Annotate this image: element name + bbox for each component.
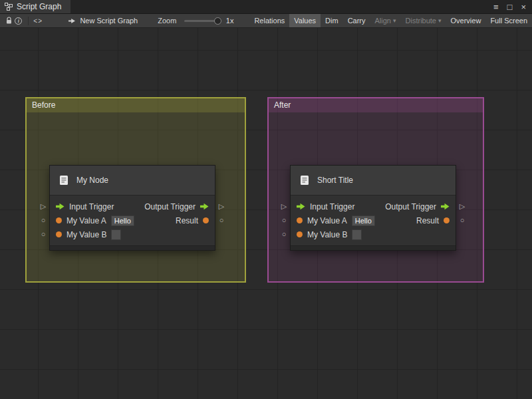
- toolbar-buttons: Relations Values Dim Carry Align ▾ Distr…: [249, 14, 532, 28]
- node-header[interactable]: Short Title: [291, 166, 456, 195]
- button-label: Dim: [325, 17, 338, 25]
- dim-button[interactable]: Dim: [321, 14, 343, 28]
- menu-icon[interactable]: ≡: [493, 3, 499, 11]
- button-label: Overview: [451, 17, 481, 25]
- port-label-result: Result: [176, 216, 198, 225]
- value-port-icon[interactable]: [56, 217, 62, 223]
- node-footer: [291, 245, 456, 250]
- align-button[interactable]: Align ▾: [370, 14, 401, 28]
- script-graph-window: Script Graph ≡ □ × i <>: [0, 0, 532, 399]
- chevron-down-icon: ▾: [393, 17, 396, 24]
- port-row: My Value B: [291, 227, 456, 241]
- value-a-input[interactable]: Hello: [352, 215, 375, 226]
- new-graph-icon: [68, 14, 76, 28]
- port-label-result: Result: [416, 216, 439, 225]
- node-header[interactable]: My Node: [50, 166, 215, 195]
- zoom-slider-knob[interactable]: [214, 17, 221, 25]
- value-b-input[interactable]: [352, 229, 362, 240]
- info-glyph: i: [15, 17, 22, 25]
- carry-button[interactable]: Carry: [343, 14, 370, 28]
- ext-trigger-port-right[interactable]: ▷: [458, 202, 467, 211]
- distribute-button[interactable]: Distribute ▾: [401, 14, 446, 28]
- port-label-value-b: My Value B: [307, 230, 347, 239]
- new-script-graph-button[interactable]: New Script Graph: [68, 14, 138, 28]
- node-body: Input Trigger Output Trigger My Value A …: [291, 195, 456, 245]
- port-row: Input Trigger Output Trigger: [291, 200, 456, 213]
- port-label-value-b: My Value B: [66, 230, 106, 239]
- ext-trigger-port-left[interactable]: ▷: [39, 202, 48, 211]
- group-header[interactable]: After: [269, 98, 483, 112]
- info-icon[interactable]: i: [14, 14, 24, 28]
- port-label-value-a: My Value A: [66, 216, 106, 225]
- port-label-value-a: My Value A: [307, 216, 347, 225]
- value-port-icon[interactable]: [56, 231, 62, 237]
- button-label: Distribute: [406, 17, 436, 25]
- window-controls: ≡ □ ×: [493, 0, 532, 13]
- node-my-node[interactable]: My Node Input Trigger Output Trigger: [49, 165, 215, 251]
- close-icon[interactable]: ×: [521, 3, 526, 11]
- group-label: Before: [32, 100, 55, 110]
- script-graph-tab-icon: [5, 3, 13, 11]
- port-label-output-trigger: Output Trigger: [144, 202, 196, 211]
- flow-input-port-icon[interactable]: [297, 203, 305, 210]
- value-a-input[interactable]: Hello: [111, 215, 134, 226]
- port-label-input-trigger: Input Trigger: [310, 202, 354, 211]
- maximize-icon[interactable]: □: [507, 3, 513, 11]
- ext-trigger-port-left[interactable]: ▷: [279, 202, 289, 211]
- toolbar-separator: [28, 17, 29, 25]
- value-b-input[interactable]: [111, 229, 121, 240]
- flow-input-port-icon[interactable]: [56, 203, 65, 210]
- value-port-icon[interactable]: [297, 231, 303, 237]
- code-glyph: <>: [33, 17, 43, 25]
- lock-icon[interactable]: [4, 14, 14, 28]
- port-row: My Value B: [50, 227, 215, 241]
- ext-trigger-port-right[interactable]: ▷: [217, 202, 226, 211]
- port-label-output-trigger: Output Trigger: [385, 202, 436, 211]
- port-label-input-trigger: Input Trigger: [69, 202, 114, 211]
- ext-value-port-right[interactable]: ○: [217, 216, 226, 225]
- tab-script-graph[interactable]: Script Graph: [0, 0, 70, 13]
- node-body: Input Trigger Output Trigger My Value A …: [50, 195, 215, 245]
- port-row: My Value A Hello Result: [291, 213, 456, 227]
- ext-value-port-right[interactable]: ○: [458, 216, 467, 225]
- zoom-value: 1x: [226, 17, 234, 25]
- port-row: My Value A Hello Result: [50, 213, 215, 227]
- node-title: Short Title: [317, 176, 353, 185]
- button-label: Carry: [348, 17, 366, 25]
- group-header[interactable]: Before: [27, 98, 245, 112]
- node-short-title[interactable]: Short Title Input Trigger Output Trigger: [290, 165, 456, 251]
- flow-output-port-icon[interactable]: [441, 203, 450, 210]
- group-label: After: [274, 100, 291, 110]
- ext-value-port-left[interactable]: ○: [279, 216, 289, 225]
- tab-label: Script Graph: [17, 2, 61, 11]
- button-label: Values: [294, 17, 316, 25]
- script-graph-node-icon: [58, 174, 70, 186]
- ext-value-port-left[interactable]: ○: [279, 230, 289, 239]
- titlebar: Script Graph ≡ □ ×: [0, 0, 532, 14]
- ext-value-port-left[interactable]: ○: [39, 230, 48, 239]
- ext-value-port-left[interactable]: ○: [39, 216, 48, 225]
- node-footer: [50, 245, 215, 250]
- flow-output-port-icon[interactable]: [200, 203, 209, 210]
- chevron-down-icon: ▾: [438, 17, 442, 24]
- new-graph-label: New Script Graph: [80, 17, 138, 25]
- button-label: Full Screen: [490, 17, 527, 25]
- graph-toolbar: i <> New Script Graph Zoom 1x Relations …: [0, 14, 532, 28]
- port-row: Input Trigger Output Trigger: [50, 200, 215, 213]
- relations-button[interactable]: Relations: [249, 14, 289, 28]
- value-port-icon[interactable]: [444, 217, 450, 223]
- code-icon[interactable]: <>: [33, 14, 43, 28]
- overview-button[interactable]: Overview: [446, 14, 486, 28]
- button-label: Align: [375, 17, 391, 25]
- values-button[interactable]: Values: [289, 14, 321, 28]
- script-graph-node-icon: [299, 174, 311, 186]
- zoom-slider[interactable]: [184, 20, 219, 22]
- button-label: Relations: [254, 17, 285, 25]
- node-title: My Node: [76, 176, 108, 185]
- graph-canvas[interactable]: Before After My Node: [0, 28, 532, 399]
- value-port-icon[interactable]: [203, 217, 209, 223]
- value-port-icon[interactable]: [297, 217, 303, 223]
- zoom-label: Zoom: [158, 17, 176, 25]
- fullscreen-button[interactable]: Full Screen: [485, 14, 532, 28]
